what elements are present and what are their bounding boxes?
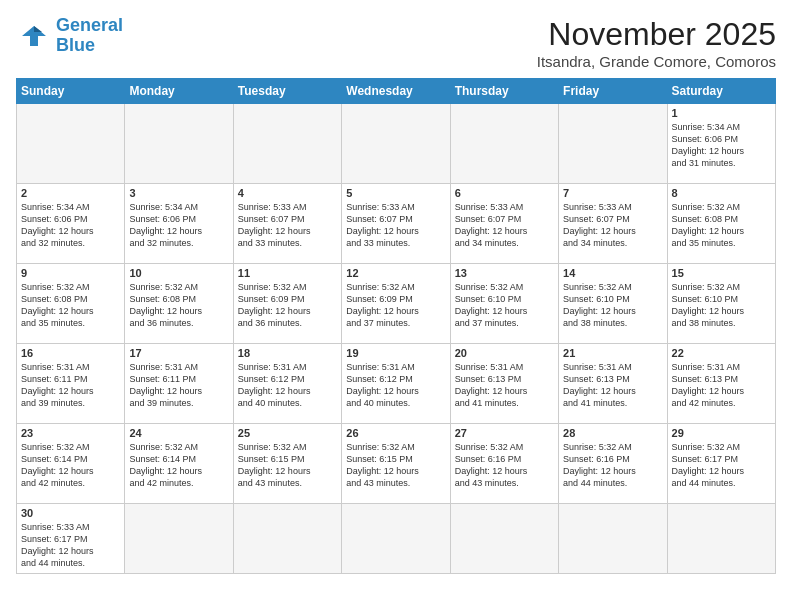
calendar-cell: 28Sunrise: 5:32 AM Sunset: 6:16 PM Dayli…	[559, 424, 667, 504]
calendar-cell: 17Sunrise: 5:31 AM Sunset: 6:11 PM Dayli…	[125, 344, 233, 424]
calendar-cell: 2Sunrise: 5:34 AM Sunset: 6:06 PM Daylig…	[17, 184, 125, 264]
calendar-cell	[125, 104, 233, 184]
calendar-cell: 9Sunrise: 5:32 AM Sunset: 6:08 PM Daylig…	[17, 264, 125, 344]
day-info: Sunrise: 5:31 AM Sunset: 6:11 PM Dayligh…	[21, 361, 120, 410]
week-row-3: 9Sunrise: 5:32 AM Sunset: 6:08 PM Daylig…	[17, 264, 776, 344]
day-number: 30	[21, 507, 120, 519]
day-number: 5	[346, 187, 445, 199]
day-number: 19	[346, 347, 445, 359]
day-number: 13	[455, 267, 554, 279]
calendar-cell	[559, 104, 667, 184]
logo-general: General	[56, 15, 123, 35]
day-info: Sunrise: 5:34 AM Sunset: 6:06 PM Dayligh…	[129, 201, 228, 250]
logo-text: General Blue	[56, 16, 123, 56]
calendar-cell: 20Sunrise: 5:31 AM Sunset: 6:13 PM Dayli…	[450, 344, 558, 424]
column-header-thursday: Thursday	[450, 79, 558, 104]
month-title: November 2025	[537, 16, 776, 53]
day-info: Sunrise: 5:32 AM Sunset: 6:16 PM Dayligh…	[455, 441, 554, 490]
day-info: Sunrise: 5:33 AM Sunset: 6:17 PM Dayligh…	[21, 521, 120, 570]
day-number: 28	[563, 427, 662, 439]
calendar-cell: 24Sunrise: 5:32 AM Sunset: 6:14 PM Dayli…	[125, 424, 233, 504]
day-number: 6	[455, 187, 554, 199]
calendar-cell	[450, 104, 558, 184]
calendar-cell: 23Sunrise: 5:32 AM Sunset: 6:14 PM Dayli…	[17, 424, 125, 504]
calendar-cell	[559, 504, 667, 574]
svg-marker-1	[34, 26, 42, 32]
calendar-cell: 1Sunrise: 5:34 AM Sunset: 6:06 PM Daylig…	[667, 104, 775, 184]
calendar-cell: 26Sunrise: 5:32 AM Sunset: 6:15 PM Dayli…	[342, 424, 450, 504]
location-subtitle: Itsandra, Grande Comore, Comoros	[537, 53, 776, 70]
day-info: Sunrise: 5:31 AM Sunset: 6:13 PM Dayligh…	[455, 361, 554, 410]
calendar-cell	[125, 504, 233, 574]
header-row: SundayMondayTuesdayWednesdayThursdayFrid…	[17, 79, 776, 104]
day-info: Sunrise: 5:31 AM Sunset: 6:13 PM Dayligh…	[672, 361, 771, 410]
calendar-cell: 4Sunrise: 5:33 AM Sunset: 6:07 PM Daylig…	[233, 184, 341, 264]
day-info: Sunrise: 5:33 AM Sunset: 6:07 PM Dayligh…	[346, 201, 445, 250]
day-number: 18	[238, 347, 337, 359]
day-info: Sunrise: 5:33 AM Sunset: 6:07 PM Dayligh…	[455, 201, 554, 250]
calendar-cell: 3Sunrise: 5:34 AM Sunset: 6:06 PM Daylig…	[125, 184, 233, 264]
day-number: 27	[455, 427, 554, 439]
calendar-cell: 21Sunrise: 5:31 AM Sunset: 6:13 PM Dayli…	[559, 344, 667, 424]
calendar-cell	[342, 104, 450, 184]
week-row-2: 2Sunrise: 5:34 AM Sunset: 6:06 PM Daylig…	[17, 184, 776, 264]
day-info: Sunrise: 5:32 AM Sunset: 6:14 PM Dayligh…	[129, 441, 228, 490]
calendar-cell: 11Sunrise: 5:32 AM Sunset: 6:09 PM Dayli…	[233, 264, 341, 344]
day-info: Sunrise: 5:32 AM Sunset: 6:10 PM Dayligh…	[672, 281, 771, 330]
day-number: 4	[238, 187, 337, 199]
day-info: Sunrise: 5:32 AM Sunset: 6:08 PM Dayligh…	[672, 201, 771, 250]
calendar-cell	[450, 504, 558, 574]
day-number: 22	[672, 347, 771, 359]
week-row-4: 16Sunrise: 5:31 AM Sunset: 6:11 PM Dayli…	[17, 344, 776, 424]
day-info: Sunrise: 5:33 AM Sunset: 6:07 PM Dayligh…	[238, 201, 337, 250]
calendar-cell: 7Sunrise: 5:33 AM Sunset: 6:07 PM Daylig…	[559, 184, 667, 264]
calendar-table: SundayMondayTuesdayWednesdayThursdayFrid…	[16, 78, 776, 574]
day-info: Sunrise: 5:33 AM Sunset: 6:07 PM Dayligh…	[563, 201, 662, 250]
calendar-cell: 10Sunrise: 5:32 AM Sunset: 6:08 PM Dayli…	[125, 264, 233, 344]
day-number: 25	[238, 427, 337, 439]
calendar-cell: 8Sunrise: 5:32 AM Sunset: 6:08 PM Daylig…	[667, 184, 775, 264]
calendar-cell: 15Sunrise: 5:32 AM Sunset: 6:10 PM Dayli…	[667, 264, 775, 344]
week-row-6: 30Sunrise: 5:33 AM Sunset: 6:17 PM Dayli…	[17, 504, 776, 574]
calendar-cell	[233, 504, 341, 574]
day-number: 11	[238, 267, 337, 279]
calendar-cell: 22Sunrise: 5:31 AM Sunset: 6:13 PM Dayli…	[667, 344, 775, 424]
day-info: Sunrise: 5:32 AM Sunset: 6:17 PM Dayligh…	[672, 441, 771, 490]
day-info: Sunrise: 5:31 AM Sunset: 6:12 PM Dayligh…	[346, 361, 445, 410]
day-number: 21	[563, 347, 662, 359]
calendar-cell: 12Sunrise: 5:32 AM Sunset: 6:09 PM Dayli…	[342, 264, 450, 344]
day-number: 26	[346, 427, 445, 439]
day-info: Sunrise: 5:32 AM Sunset: 6:14 PM Dayligh…	[21, 441, 120, 490]
column-header-saturday: Saturday	[667, 79, 775, 104]
day-info: Sunrise: 5:32 AM Sunset: 6:10 PM Dayligh…	[563, 281, 662, 330]
calendar-cell: 29Sunrise: 5:32 AM Sunset: 6:17 PM Dayli…	[667, 424, 775, 504]
logo-blue: Blue	[56, 35, 95, 55]
day-number: 2	[21, 187, 120, 199]
day-info: Sunrise: 5:34 AM Sunset: 6:06 PM Dayligh…	[21, 201, 120, 250]
column-header-tuesday: Tuesday	[233, 79, 341, 104]
column-header-friday: Friday	[559, 79, 667, 104]
calendar-cell: 16Sunrise: 5:31 AM Sunset: 6:11 PM Dayli…	[17, 344, 125, 424]
column-header-monday: Monday	[125, 79, 233, 104]
day-number: 20	[455, 347, 554, 359]
day-info: Sunrise: 5:34 AM Sunset: 6:06 PM Dayligh…	[672, 121, 771, 170]
logo-icon	[16, 22, 52, 50]
title-block: November 2025 Itsandra, Grande Comore, C…	[537, 16, 776, 70]
day-info: Sunrise: 5:32 AM Sunset: 6:09 PM Dayligh…	[238, 281, 337, 330]
day-number: 1	[672, 107, 771, 119]
page-header: General Blue November 2025 Itsandra, Gra…	[16, 16, 776, 70]
day-number: 10	[129, 267, 228, 279]
day-info: Sunrise: 5:31 AM Sunset: 6:12 PM Dayligh…	[238, 361, 337, 410]
day-number: 17	[129, 347, 228, 359]
calendar-cell: 25Sunrise: 5:32 AM Sunset: 6:15 PM Dayli…	[233, 424, 341, 504]
day-info: Sunrise: 5:32 AM Sunset: 6:15 PM Dayligh…	[346, 441, 445, 490]
calendar-cell: 30Sunrise: 5:33 AM Sunset: 6:17 PM Dayli…	[17, 504, 125, 574]
day-info: Sunrise: 5:32 AM Sunset: 6:16 PM Dayligh…	[563, 441, 662, 490]
calendar-cell: 18Sunrise: 5:31 AM Sunset: 6:12 PM Dayli…	[233, 344, 341, 424]
day-info: Sunrise: 5:32 AM Sunset: 6:15 PM Dayligh…	[238, 441, 337, 490]
day-number: 15	[672, 267, 771, 279]
calendar-cell: 6Sunrise: 5:33 AM Sunset: 6:07 PM Daylig…	[450, 184, 558, 264]
day-number: 3	[129, 187, 228, 199]
calendar-cell	[233, 104, 341, 184]
column-header-sunday: Sunday	[17, 79, 125, 104]
